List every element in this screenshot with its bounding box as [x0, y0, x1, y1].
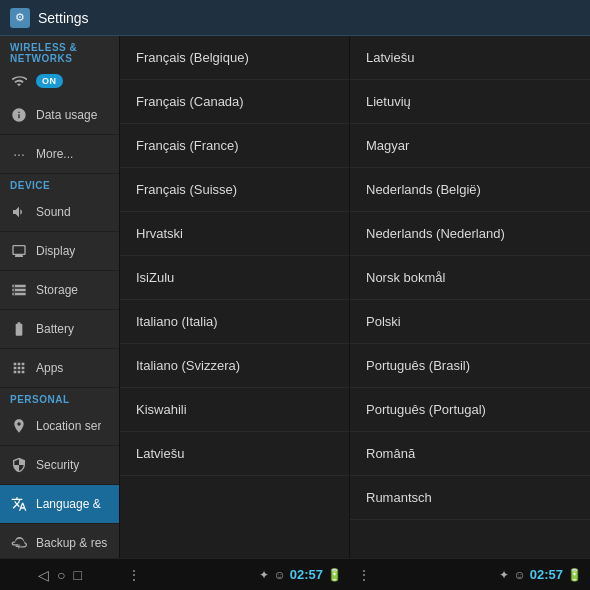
sidebar-item-more[interactable]: ··· More... [0, 135, 119, 174]
section-device: DEVICE [0, 174, 119, 193]
list-item[interactable]: Kiswahili [120, 388, 349, 432]
usb-icon-right: ✦ [499, 568, 509, 582]
location-icon [10, 417, 28, 435]
list-item[interactable]: Français (Belgique) [120, 36, 349, 80]
app-icon: ⚙ [10, 8, 30, 28]
apps-icon [10, 359, 28, 377]
menu-icon[interactable]: ⋮ [128, 568, 140, 582]
recents-icon[interactable]: □ [74, 567, 82, 583]
center-time: 02:57 [290, 567, 323, 582]
data-usage-label: Data usage [36, 108, 97, 122]
right-time: 02:57 [530, 567, 563, 582]
list-item[interactable]: Latviešu [350, 36, 590, 80]
list-item[interactable]: Italiano (Italia) [120, 300, 349, 344]
list-item[interactable]: Italiano (Svizzera) [120, 344, 349, 388]
list-item[interactable]: Português (Brasil) [350, 344, 590, 388]
section-personal: PERSONAL [0, 388, 119, 407]
sidebar: WIRELESS &NETWORKS ON Data usage ··· Mor… [0, 36, 120, 558]
title-bar: ⚙ Settings [0, 0, 590, 36]
wifi-toggle[interactable]: ON [36, 74, 63, 88]
security-label: Security [36, 458, 79, 472]
sidebar-item-wifi[interactable]: ON [0, 66, 119, 96]
app-title: Settings [38, 10, 89, 26]
status-bar-right: ⋮ ✦ ☺ 02:57 🔋 [350, 558, 590, 590]
main-content: WIRELESS &NETWORKS ON Data usage ··· Mor… [0, 36, 590, 558]
right-nav-icons: ⋮ [358, 568, 370, 582]
center-nav-icons: ⋮ [128, 568, 140, 582]
list-item[interactable]: Nederlands (België) [350, 168, 590, 212]
apps-label: Apps [36, 361, 63, 375]
sidebar-item-battery[interactable]: Battery [0, 310, 119, 349]
more-icon: ··· [10, 145, 28, 163]
sidebar-item-storage[interactable]: Storage [0, 271, 119, 310]
sidebar-item-language[interactable]: Language & [0, 485, 119, 524]
usb-icon: ✦ [259, 568, 269, 582]
status-bar-left: ◁ ○ □ [0, 558, 120, 590]
section-wireless: WIRELESS &NETWORKS [0, 36, 119, 66]
storage-icon [10, 281, 28, 299]
sidebar-item-location[interactable]: Location ser [0, 407, 119, 446]
face-icon: ☺ [273, 568, 285, 582]
face-icon-right: ☺ [513, 568, 525, 582]
right-language-list: Latviešu Lietuvių Magyar Nederlands (Bel… [350, 36, 590, 558]
list-item[interactable]: Română [350, 432, 590, 476]
list-item[interactable]: IsiZulu [120, 256, 349, 300]
list-item[interactable]: Rumantsch [350, 476, 590, 520]
list-item[interactable]: Magyar [350, 124, 590, 168]
status-bar-center: ⋮ ✦ ☺ 02:57 🔋 [120, 558, 350, 590]
charge-icon: 🔋 [327, 568, 342, 582]
language-icon [10, 495, 28, 513]
home-icon[interactable]: ○ [57, 567, 65, 583]
battery-label: Battery [36, 322, 74, 336]
storage-label: Storage [36, 283, 78, 297]
more-label: More... [36, 147, 73, 161]
location-label: Location ser [36, 419, 101, 433]
sidebar-item-data-usage[interactable]: Data usage [0, 96, 119, 135]
display-label: Display [36, 244, 75, 258]
list-item[interactable]: Norsk bokmål [350, 256, 590, 300]
status-bars: ◁ ○ □ ⋮ ✦ ☺ 02:57 🔋 ⋮ ✦ ☺ 02:57 🔋 [0, 558, 590, 590]
center-status-icons: ✦ ☺ 02:57 🔋 [259, 567, 342, 582]
center-language-list: Français (Belgique) Français (Canada) Fr… [120, 36, 350, 558]
display-icon [10, 242, 28, 260]
sound-label: Sound [36, 205, 71, 219]
sidebar-item-backup[interactable]: Backup & res [0, 524, 119, 558]
list-item[interactable]: Polski [350, 300, 590, 344]
sound-icon [10, 203, 28, 221]
language-label: Language & [36, 497, 101, 511]
list-item[interactable]: Français (France) [120, 124, 349, 168]
battery-icon [10, 320, 28, 338]
sidebar-item-sound[interactable]: Sound [0, 193, 119, 232]
list-item[interactable]: Latviešu [120, 432, 349, 476]
sidebar-item-apps[interactable]: Apps [0, 349, 119, 388]
wifi-icon [10, 72, 28, 90]
right-status-icons: ✦ ☺ 02:57 🔋 [499, 567, 582, 582]
list-item[interactable]: Nederlands (Nederland) [350, 212, 590, 256]
backup-icon [10, 534, 28, 552]
list-item[interactable]: Français (Suisse) [120, 168, 349, 212]
data-usage-icon [10, 106, 28, 124]
sidebar-item-display[interactable]: Display [0, 232, 119, 271]
sidebar-item-security[interactable]: Security [0, 446, 119, 485]
charge-icon-right: 🔋 [567, 568, 582, 582]
menu-icon-right[interactable]: ⋮ [358, 568, 370, 582]
list-item[interactable]: Hrvatski [120, 212, 349, 256]
back-icon[interactable]: ◁ [38, 567, 49, 583]
list-item[interactable]: Português (Portugal) [350, 388, 590, 432]
list-item[interactable]: Lietuvių [350, 80, 590, 124]
backup-label: Backup & res [36, 536, 107, 550]
list-item[interactable]: Français (Canada) [120, 80, 349, 124]
security-icon [10, 456, 28, 474]
